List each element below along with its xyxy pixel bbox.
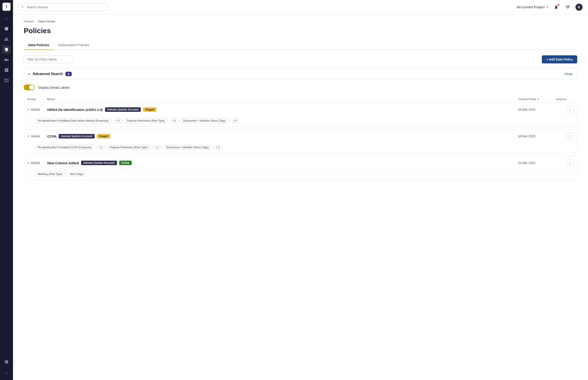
- policy-date-1: 16 Mar 2023: [518, 108, 554, 111]
- tab-subscription-policies[interactable]: Subscription Policies: [54, 40, 94, 50]
- search-bar: [18, 3, 108, 11]
- policy-actions-col-1: ⋮: [555, 106, 573, 113]
- col-name: Name: [47, 97, 516, 101]
- main-area: No Current Project ⇅ K Policies › Data P…: [13, 0, 588, 380]
- advanced-search-count-badge: 2: [65, 72, 72, 76]
- policy-status-badge-1: Staged: [143, 107, 156, 112]
- policy-actions-col-2: ⋮: [555, 133, 573, 140]
- advanced-search-panel: ▾ Advanced Search 2 Close: [24, 68, 577, 80]
- policy-actions-button-1[interactable]: ⋮: [566, 106, 573, 113]
- policy-chevron-1[interactable]: ▾: [28, 108, 29, 111]
- sidebar-item-add-bottom[interactable]: ＋: [2, 369, 11, 377]
- sidebar-item-terminal[interactable]: [2, 76, 11, 85]
- tag-3-1: Masking (Rule Type): [35, 172, 65, 177]
- detail-labels-text: Display Detail Labels: [38, 86, 70, 89]
- wifi-icon[interactable]: [564, 3, 572, 11]
- sidebar-item-key[interactable]: [2, 56, 11, 64]
- policy-actions-button-2[interactable]: ⋮: [566, 133, 573, 140]
- breadcrumb: Policies › Data Policies: [24, 20, 577, 23]
- advanced-search-close-link[interactable]: Close: [565, 72, 572, 76]
- sidebar-item-settings[interactable]: [2, 358, 11, 366]
- breadcrumb-separator: ›: [36, 20, 37, 23]
- policy-name-col-1: HIPAA De-identification (v2021.1.0) Immu…: [47, 107, 516, 112]
- tag-1-6[interactable]: + 6: [230, 118, 239, 123]
- avatar[interactable]: K: [575, 4, 583, 11]
- sort-icon[interactable]: ⇅: [537, 98, 539, 101]
- policy-actions-button-3[interactable]: ⋮: [566, 159, 573, 167]
- policy-date-2: 16 Mar 2023: [518, 134, 554, 138]
- policy-main-row-3: ▾ Global New Column Added Immuta System …: [24, 156, 577, 170]
- tag-2-1: Re-identification Prohibited.CCPA (Purpo…: [35, 145, 95, 150]
- sidebar-item-people[interactable]: [2, 35, 11, 43]
- policy-chevron-3[interactable]: ▾: [28, 161, 29, 164]
- project-selector[interactable]: No Current Project ⇅: [517, 5, 549, 9]
- policy-account-badge-1: Immuta System Account: [105, 107, 141, 112]
- policy-main-row-1: ▾ Global HIPAA De-identification (v2021.…: [24, 103, 577, 116]
- policy-name-2: CCPA: [47, 134, 57, 138]
- sidebar-item-add[interactable]: ＋: [2, 14, 11, 23]
- policy-row-2: ▾ Global CCPA Immuta System Account Stag…: [24, 129, 577, 153]
- tag-3-2: New (Tags): [67, 172, 87, 177]
- tag-1-5: Discovered > Identifier Direct (Tags): [180, 118, 229, 123]
- toggle-knob: [29, 85, 34, 90]
- advanced-search-label: Advanced Search: [33, 72, 63, 76]
- tag-1-4[interactable]: + 3: [170, 118, 178, 123]
- policy-row-1: ▾ Global HIPAA De-identification (v2021.…: [24, 103, 577, 127]
- sidebar-item-database[interactable]: [2, 25, 11, 33]
- tag-2-6[interactable]: + 2: [213, 145, 222, 150]
- tab-data-policies[interactable]: Data Policies: [24, 40, 54, 50]
- tag-2-4[interactable]: + 1: [152, 145, 161, 150]
- search-icon: [21, 5, 24, 9]
- topbar-right: No Current Project ⇅ K: [517, 3, 583, 11]
- policy-scope-col-1: ▾ Global: [28, 108, 45, 111]
- content: Policies › Data Policies Policies Data P…: [13, 14, 588, 380]
- breadcrumb-current: Data Policies: [38, 20, 55, 23]
- notification-dot: [557, 4, 559, 6]
- col-actions: Actions: [556, 97, 574, 101]
- policy-status-badge-2: Staged: [97, 134, 110, 138]
- tag-1-1: Re-identification Prohibited.Safe Harbor…: [35, 118, 112, 123]
- app-logo[interactable]: I: [2, 3, 11, 11]
- policy-name-col-2: CCPA Immuta System Account Staged: [47, 134, 516, 138]
- advanced-search-left: ▾ Advanced Search 2: [28, 72, 72, 76]
- project-label: No Current Project: [517, 5, 545, 9]
- notifications-button[interactable]: [552, 3, 560, 11]
- policy-account-badge-2: Immuta System Account: [59, 134, 95, 138]
- tag-1-2[interactable]: + 2: [114, 118, 122, 123]
- policy-tags-row-3: Masking (Rule Type) New (Tags): [24, 170, 577, 180]
- policy-account-badge-3: Immuta System Account: [81, 161, 117, 165]
- policy-scope-2: Global: [31, 134, 40, 138]
- breadcrumb-parent-link[interactable]: Policies: [24, 20, 34, 23]
- tag-2-3: Purpose Restriction (Rule Type): [107, 145, 151, 150]
- filter-row: + Add Data Policy: [24, 55, 577, 63]
- page-title: Policies: [24, 27, 577, 35]
- policy-chevron-2[interactable]: ▾: [28, 135, 29, 138]
- policy-date-3: 16 Mar 2023: [518, 161, 554, 165]
- tag-2-5: Discovered > Identifier Direct (Tags): [163, 145, 211, 150]
- sidebar: I ＋ ＋: [0, 0, 13, 380]
- filter-input[interactable]: [24, 56, 73, 63]
- policy-scope-col-3: ▾ Global: [28, 161, 45, 165]
- sidebar-item-list[interactable]: [2, 66, 11, 74]
- add-data-policy-button[interactable]: + Add Data Policy: [542, 55, 577, 63]
- detail-labels-row: Display Detail Labels: [24, 84, 577, 90]
- policy-actions-col-3: ⋮: [555, 159, 573, 167]
- policy-name-1: HIPAA De-identification (v2021.1.0): [47, 108, 103, 112]
- search-input[interactable]: [18, 3, 108, 11]
- chevron-updown-icon: ⇅: [546, 6, 549, 9]
- policy-scope-col-2: ▾ Global: [28, 134, 45, 138]
- display-detail-labels-toggle[interactable]: [24, 84, 35, 90]
- policy-tags-row-2: Re-identification Prohibited.CCPA (Purpo…: [24, 143, 577, 153]
- table-header: Scope Name Created Date ⇅ Actions: [24, 96, 577, 103]
- policy-tags-row-1: Re-identification Prohibited.Safe Harbor…: [24, 116, 577, 126]
- policy-name-col-3: New Column Added Immuta System Account A…: [47, 161, 516, 165]
- tag-2-2[interactable]: + 1: [96, 145, 105, 150]
- col-created-date: Created Date ⇅: [518, 97, 554, 101]
- tabs: Data Policies Subscription Policies: [24, 40, 577, 50]
- policy-scope-1: Global: [31, 108, 40, 111]
- sidebar-item-shield[interactable]: [2, 45, 11, 54]
- col-scope: Scope: [27, 97, 45, 101]
- policy-name-3: New Column Added: [47, 161, 79, 165]
- policy-row-3: ▾ Global New Column Added Immuta System …: [24, 156, 577, 180]
- advanced-search-chevron[interactable]: ▾: [28, 72, 30, 76]
